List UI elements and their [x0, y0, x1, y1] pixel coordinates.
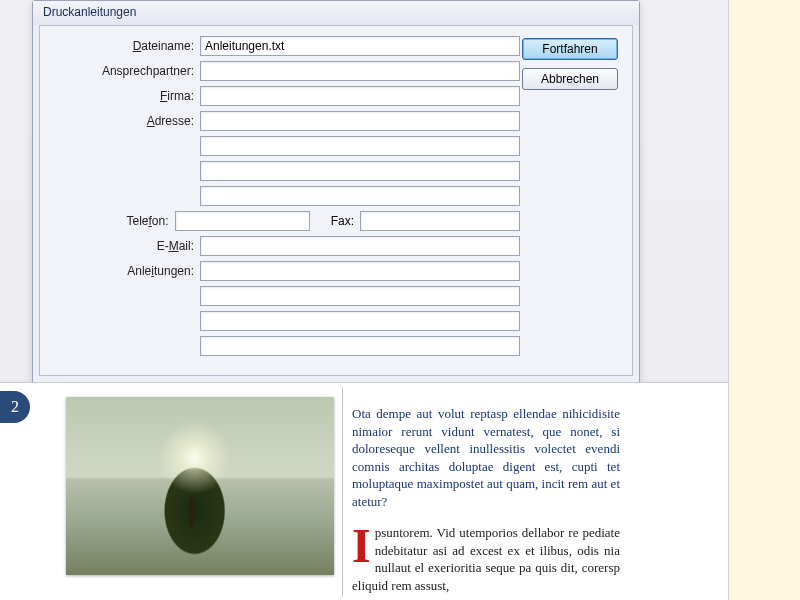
paragraph-1: Ota dempe aut volut reptasp ellendae nih… [352, 405, 620, 510]
email-field[interactable] [200, 236, 520, 256]
dialog-body: Dateiname: Ansprechpartner: Firma: Adres… [39, 25, 633, 376]
label-email: E-Mail: [50, 239, 200, 253]
button-column: Fortfahren Abbrechen [522, 36, 622, 98]
label-dateiname: Dateiname: [50, 39, 200, 53]
right-cream-margin [728, 0, 800, 600]
paragraph-2-text: psuntorem. Vid utemporios dellabor re pe… [352, 525, 620, 593]
form-column: Dateiname: Ansprechpartner: Firma: Adres… [50, 36, 520, 361]
dialog-title: Druckanleitungen [33, 1, 639, 25]
document-page-area: 2 Ota dempe aut volut reptasp ellendae n… [0, 382, 728, 600]
label-adresse: Adresse: [50, 114, 200, 128]
adresse-field-4[interactable] [200, 186, 520, 206]
anleitungen-field-1[interactable] [200, 261, 520, 281]
anleitungen-field-3[interactable] [200, 311, 520, 331]
column-divider [342, 387, 343, 597]
label-telefon: Telefon: [50, 214, 175, 228]
label-fax: Fax: [310, 214, 360, 228]
adresse-field-1[interactable] [200, 111, 520, 131]
anleitungen-field-4[interactable] [200, 336, 520, 356]
firma-field[interactable] [200, 86, 520, 106]
cancel-button[interactable]: Abbrechen [522, 68, 618, 90]
dropcap-letter: I [352, 524, 375, 566]
label-anleitungen: Anleitungen: [50, 264, 200, 278]
anleitungen-field-2[interactable] [200, 286, 520, 306]
print-instructions-dialog: Druckanleitungen Dateiname: Ansprechpart… [32, 0, 640, 385]
adresse-field-3[interactable] [200, 161, 520, 181]
paragraph-2: Ipsuntorem. Vid utemporios dellabor re p… [352, 524, 620, 594]
page-number-tab: 2 [0, 391, 30, 423]
fax-field[interactable] [360, 211, 520, 231]
label-ansprechpartner: Ansprechpartner: [50, 64, 200, 78]
label-firma: Firma: [50, 89, 200, 103]
tree-sunrise-image [66, 397, 334, 575]
ansprechpartner-field[interactable] [200, 61, 520, 81]
continue-button[interactable]: Fortfahren [522, 38, 618, 60]
body-text-column: Ota dempe aut volut reptasp ellendae nih… [352, 405, 620, 594]
telefon-field[interactable] [175, 211, 310, 231]
adresse-field-2[interactable] [200, 136, 520, 156]
dateiname-field[interactable] [200, 36, 520, 56]
